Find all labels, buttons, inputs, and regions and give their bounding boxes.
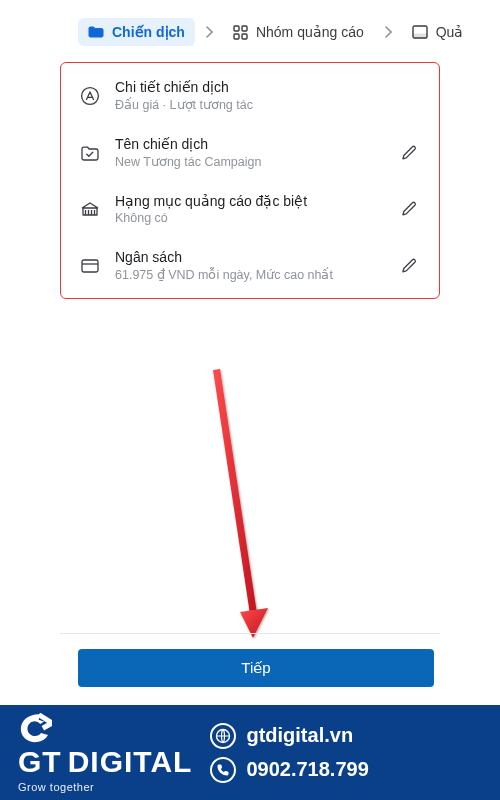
brand-logo-block: GT DIGITAL Grow together xyxy=(18,713,192,793)
brand-name-primary: GT xyxy=(18,745,62,779)
folder-icon xyxy=(88,25,104,39)
folder-check-icon xyxy=(79,144,101,162)
row-title: Chi tiết chiến dịch xyxy=(115,79,383,95)
brand-phone: 0902.718.799 xyxy=(246,758,368,781)
svg-rect-5 xyxy=(413,34,427,38)
brand-phone-line: 0902.718.799 xyxy=(210,757,368,783)
globe-icon xyxy=(210,723,236,749)
target-a-icon xyxy=(79,86,101,106)
row-title: Hạng mục quảng cáo đặc biệt xyxy=(115,193,383,209)
row-subtitle: New Tương tác Campaign xyxy=(115,154,383,169)
row-budget[interactable]: Ngân sách 61.975 ₫ VND mỗi ngày, Mức cao… xyxy=(61,237,439,294)
brand-website-line: gtdigital.vn xyxy=(210,723,368,749)
row-special-category[interactable]: Hạng mục quảng cáo đặc biệt Không có xyxy=(61,181,439,237)
next-button[interactable]: Tiếp xyxy=(78,649,434,687)
breadcrumb-item-ad[interactable]: Quả xyxy=(402,18,474,46)
breadcrumb-label: Nhóm quảng cáo xyxy=(256,24,364,40)
breadcrumb-item-adset[interactable]: Nhóm quảng cáo xyxy=(223,18,374,46)
building-icon xyxy=(79,200,101,218)
brand-name-secondary: DIGITAL xyxy=(68,745,193,779)
svg-rect-7 xyxy=(82,260,98,272)
brand-logo-mark xyxy=(18,713,52,743)
row-subtitle: Không có xyxy=(115,211,383,225)
phone-icon xyxy=(210,757,236,783)
breadcrumb-label: Quả xyxy=(436,24,464,40)
svg-rect-0 xyxy=(234,26,239,31)
footer-divider xyxy=(60,633,440,634)
svg-point-6 xyxy=(82,87,99,104)
row-subtitle: Đấu giá · Lượt tương tác xyxy=(115,97,383,112)
edit-icon[interactable] xyxy=(397,144,421,162)
grid-icon xyxy=(233,25,248,40)
edit-icon[interactable] xyxy=(397,257,421,275)
row-campaign-name[interactable]: Tên chiến dịch New Tương tác Campaign xyxy=(61,124,439,181)
credit-card-icon xyxy=(79,258,101,274)
campaign-details-panel: Chi tiết chiến dịch Đấu giá · Lượt tương… xyxy=(60,62,440,299)
image-frame-icon xyxy=(412,25,428,39)
svg-rect-2 xyxy=(234,34,239,39)
row-title: Ngân sách xyxy=(115,249,383,265)
brand-footer: GT DIGITAL Grow together gtdigital.vn 09… xyxy=(0,705,500,800)
svg-rect-1 xyxy=(242,26,247,31)
brand-tagline: Grow together xyxy=(18,781,94,793)
row-campaign-details[interactable]: Chi tiết chiến dịch Đấu giá · Lượt tương… xyxy=(61,67,439,124)
chevron-right-icon xyxy=(384,26,392,38)
chevron-right-icon xyxy=(205,26,213,38)
breadcrumb-item-campaign[interactable]: Chiến dịch xyxy=(78,18,195,46)
row-subtitle: 61.975 ₫ VND mỗi ngày, Mức cao nhất xyxy=(115,267,383,282)
breadcrumb-label: Chiến dịch xyxy=(112,24,185,40)
svg-rect-3 xyxy=(242,34,247,39)
breadcrumb: Chiến dịch Nhóm quảng cáo Quả xyxy=(0,0,500,56)
row-title: Tên chiến dịch xyxy=(115,136,383,152)
edit-icon[interactable] xyxy=(397,200,421,218)
brand-website: gtdigital.vn xyxy=(246,724,353,747)
